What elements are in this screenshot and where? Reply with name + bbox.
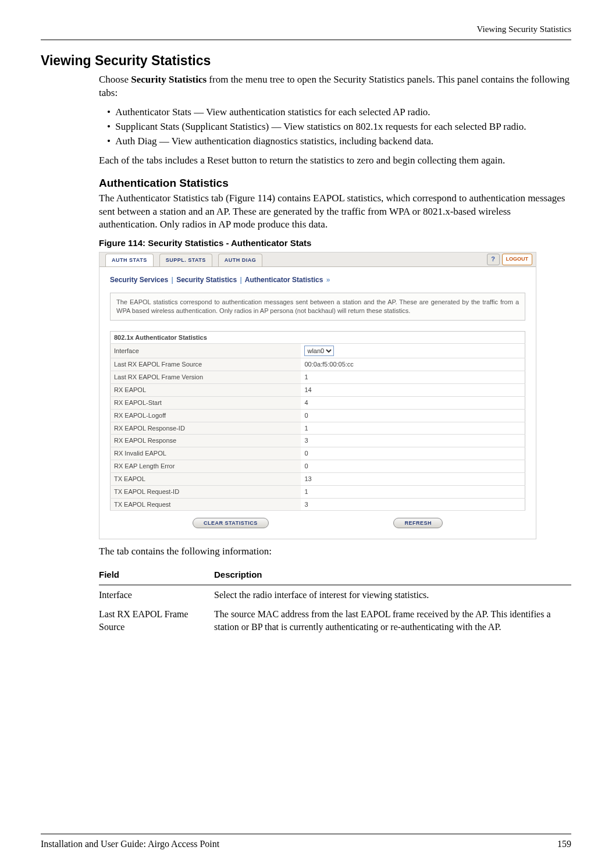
screenshot-panel: AUTH STATS SUPPL. STATS AUTH DIAG ? LOGO… — [99, 252, 536, 540]
subheading-paragraph: The Authenticator Statistics tab (Figure… — [99, 192, 571, 232]
stats-table-title: 802.1x Authenticator Statistics — [111, 331, 525, 344]
footer-right: 159 — [557, 838, 571, 851]
stats-table: 802.1x Authenticator Statistics Interfac… — [110, 331, 525, 511]
breadcrumb-sep2: | — [239, 276, 243, 284]
page-footer: Installation and User Guide: Airgo Acces… — [41, 834, 571, 851]
intro-bullets: Authenticator Stats — View authenticatio… — [99, 106, 571, 148]
page-title: Viewing Security Statistics — [41, 52, 571, 70]
stat-value: 1 — [301, 485, 525, 498]
tab-auth-diag[interactable]: AUTH DIAG — [218, 254, 263, 266]
interface-label: Interface — [111, 344, 301, 358]
table-row: RX EAPOL-Logoff0 — [111, 409, 525, 422]
table-row: TX EAPOL13 — [111, 472, 525, 485]
intro-bold: Security Statistics — [131, 74, 207, 85]
figure-caption: Figure 114: Security Statistics - Authen… — [99, 237, 571, 249]
intro-reset-text: Each of the tabs includes a Reset button… — [99, 154, 571, 168]
intro-bullet-2: Supplicant Stats (Supplicant Statistics)… — [107, 120, 571, 134]
stat-value: 0 — [301, 447, 525, 460]
intro-paragraph: Choose Security Statistics from the menu… — [99, 73, 571, 100]
stat-value: 0 — [301, 460, 525, 473]
stat-value: 1 — [301, 371, 525, 384]
field-desc: Select the radio interface of interest f… — [214, 585, 571, 604]
table-row: TX EAPOL Request3 — [111, 498, 525, 511]
field-row: Last RX EAPOL Frame Source The source MA… — [99, 604, 571, 636]
field-row: Interface Select the radio interface of … — [99, 585, 571, 604]
stat-value: 1 — [301, 422, 525, 435]
intro-prefix: Choose — [99, 74, 131, 85]
stat-label: Last RX EAPOL Frame Version — [111, 371, 301, 384]
running-header: Viewing Security Statistics — [41, 23, 571, 35]
table-row: TX EAPOL Request-ID1 — [111, 485, 525, 498]
stat-value: 4 — [301, 396, 525, 409]
intro-bullet-3: Auth Diag — View authentication diagnost… — [107, 135, 571, 148]
table-row: RX Invalid EAPOL0 — [111, 447, 525, 460]
help-button[interactable]: ? — [487, 254, 500, 265]
intro-bullet-1: Authenticator Stats — View authenticatio… — [107, 106, 571, 119]
description-box: The EAPOL statistics correspond to authe… — [110, 293, 525, 321]
breadcrumb-part1: Security Services — [110, 276, 168, 284]
footer-rule — [41, 834, 571, 834]
subheading-auth-stats: Authentication Statistics — [99, 176, 571, 191]
stat-label: RX EAPOL Response-ID — [111, 422, 301, 435]
table-row: RX EAPOL-Start4 — [111, 396, 525, 409]
breadcrumb-part2: Security Statistics — [176, 276, 237, 284]
stat-value: 3 — [301, 435, 525, 447]
stat-label: RX EAP Length Error — [111, 460, 301, 473]
stat-label: TX EAPOL Request-ID — [111, 485, 301, 498]
stat-value: 00:0a:f5:00:05:cc — [301, 358, 525, 371]
field-description-table: Field Description Interface Select the r… — [99, 565, 571, 636]
footer-left: Installation and User Guide: Airgo Acces… — [41, 838, 219, 851]
tab-bar: AUTH STATS SUPPL. STATS AUTH DIAG ? LOGO… — [99, 252, 536, 267]
stat-label: RX EAPOL-Logoff — [111, 409, 301, 422]
table-row: Last RX EAPOL Frame Source00:0a:f5:00:05… — [111, 358, 525, 371]
stat-value: 13 — [301, 472, 525, 485]
field-header-desc: Description — [214, 565, 571, 585]
stat-label: TX EAPOL Request — [111, 498, 301, 511]
table-row: RX EAPOL Response-ID1 — [111, 422, 525, 435]
table-row: RX EAP Length Error0 — [111, 460, 525, 473]
table-row: RX EAPOL14 — [111, 384, 525, 397]
stat-label: RX EAPOL-Start — [111, 396, 301, 409]
breadcrumb-arrow: » — [325, 276, 332, 284]
breadcrumb: Security Services | Security Statistics … — [99, 267, 536, 290]
table-row-interface: Interface wlan0 — [111, 344, 525, 358]
stat-label: RX EAPOL Response — [111, 435, 301, 447]
tab-suppl-stats[interactable]: SUPPL. STATS — [159, 254, 212, 266]
field-name: Last RX EAPOL Frame Source — [99, 604, 214, 636]
refresh-button[interactable]: REFRESH — [393, 518, 443, 528]
stat-label: Last RX EAPOL Frame Source — [111, 358, 301, 371]
field-name: Interface — [99, 585, 214, 604]
breadcrumb-sep1: | — [170, 276, 174, 284]
stat-value: 0 — [301, 409, 525, 422]
clear-statistics-button[interactable]: CLEAR STATISTICS — [193, 518, 269, 528]
after-screenshot-text: The tab contains the following informati… — [99, 545, 571, 558]
stat-label: RX EAPOL — [111, 384, 301, 397]
header-rule — [41, 40, 571, 40]
stat-value: 3 — [301, 498, 525, 511]
table-row: Last RX EAPOL Frame Version1 — [111, 371, 525, 384]
stat-label: RX Invalid EAPOL — [111, 447, 301, 460]
stat-value: 14 — [301, 384, 525, 397]
field-desc: The source MAC address from the last EAP… — [214, 604, 571, 636]
field-header-field: Field — [99, 565, 214, 585]
breadcrumb-part3: Authenticator Statistics — [245, 276, 323, 284]
table-row: RX EAPOL Response3 — [111, 435, 525, 447]
interface-select[interactable]: wlan0 — [304, 346, 334, 356]
tab-auth-stats[interactable]: AUTH STATS — [105, 254, 154, 266]
stat-label: TX EAPOL — [111, 472, 301, 485]
logout-button[interactable]: LOGOUT — [502, 254, 533, 265]
